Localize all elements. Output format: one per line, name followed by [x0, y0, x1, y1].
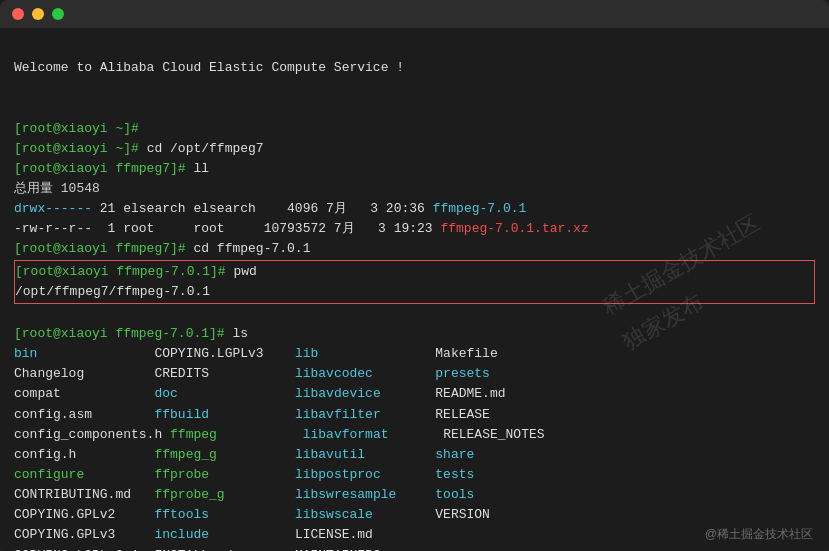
- terminal-body[interactable]: Welcome to Alibaba Cloud Elastic Compute…: [0, 28, 829, 551]
- pwd-command-line: [root@xiaoyi ffmpeg-7.0.1]# pwd /opt/ffm…: [15, 262, 814, 302]
- titlebar: [0, 0, 829, 28]
- maximize-button[interactable]: [52, 8, 64, 20]
- terminal-window: Welcome to Alibaba Cloud Elastic Compute…: [0, 0, 829, 551]
- minimize-button[interactable]: [32, 8, 44, 20]
- close-button[interactable]: [12, 8, 24, 20]
- ls-section: [root@xiaoyi ffmpeg-7.0.1]# ls bin COPYI…: [14, 304, 815, 551]
- terminal-content: Welcome to Alibaba Cloud Elastic Compute…: [14, 38, 815, 260]
- welcome-line: Welcome to Alibaba Cloud Elastic Compute…: [14, 60, 404, 75]
